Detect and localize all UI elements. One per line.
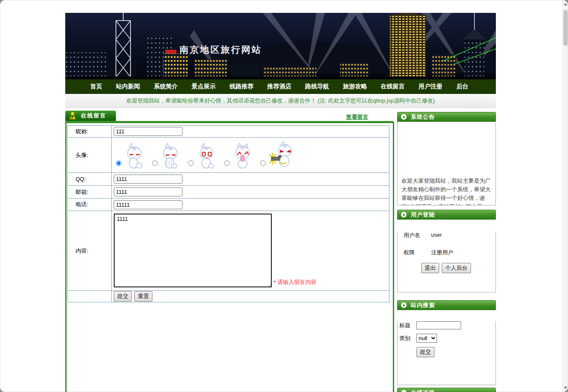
- message-board-section: 在线留言 查看留言 昵称: 头像:: [65, 108, 394, 392]
- avatar-option-3-image: [196, 143, 218, 169]
- reset-button[interactable]: 重置: [134, 291, 152, 302]
- nickname-input[interactable]: [114, 127, 182, 136]
- login-title: 用户登陆: [411, 211, 435, 219]
- avatar-radio-3[interactable]: [188, 160, 194, 166]
- login-header: 用户登陆: [397, 210, 496, 220]
- logout-button[interactable]: 退出: [421, 263, 439, 273]
- content-textarea[interactable]: 1111: [114, 214, 272, 287]
- avatar-radio-1[interactable]: [116, 160, 121, 166]
- play-bullet-icon: [401, 114, 407, 120]
- people-icon: [67, 112, 78, 120]
- avatar-label: 头像:: [68, 138, 112, 173]
- nickname-row: 昵称:: [68, 126, 389, 138]
- banner: 南京地区旅行网站: [65, 13, 496, 79]
- nav-item-online-message[interactable]: 在线留言: [381, 83, 405, 90]
- play-bullet-icon: [401, 390, 407, 392]
- avatar-option-1-image: [124, 143, 146, 169]
- view-messages-link[interactable]: 查看留言: [346, 113, 368, 121]
- announcement-header: 系统公告: [397, 112, 496, 122]
- nav-item-site-news[interactable]: 站内新闻: [116, 83, 140, 90]
- tab-online-message[interactable]: 在线留言: [65, 111, 116, 121]
- avatar-radio-5[interactable]: [260, 160, 266, 166]
- links-title: 友情连接: [411, 389, 435, 392]
- search-submit-button[interactable]: 提交: [416, 347, 434, 357]
- announcement-title: 系统公告: [411, 113, 435, 121]
- nickname-label: 昵称:: [68, 126, 112, 138]
- role-label: 权限: [404, 249, 431, 256]
- nav-item-home[interactable]: 首页: [90, 83, 102, 90]
- avatar-option-4-image: [232, 143, 254, 169]
- phone-input[interactable]: [114, 200, 182, 209]
- scrollbar-thumb[interactable]: [563, 10, 568, 46]
- nav-item-system-intro[interactable]: 系统简介: [154, 83, 178, 90]
- notice-bar: 欢迎登陆我站，希望能给你带来好心情，其他话语请您自己修改，谢谢合作！ (注: 此…: [65, 94, 496, 108]
- buttons-row: 提交 重置: [68, 291, 389, 302]
- search-category-select[interactable]: null: [416, 334, 437, 343]
- avatar-radio-2[interactable]: [152, 160, 158, 166]
- notice-text: 欢迎登陆我站，希望能给你带来好心情，其他话语请您自己修改，谢谢合作！ (注: 此…: [126, 97, 435, 105]
- qq-input[interactable]: [114, 175, 182, 184]
- email-input[interactable]: [114, 187, 182, 196]
- search-title-label: 标题: [399, 322, 416, 329]
- email-label: 邮箱:: [68, 186, 112, 199]
- nav-item-admin[interactable]: 后台: [456, 83, 468, 90]
- phone-row: 电话:: [68, 199, 389, 211]
- panel-announcement: 系统公告 欢迎大家登陆我站，我站主要是为广大朋友精心制作的一个系统，希望大家能够…: [397, 112, 496, 205]
- qq-row: QQ:: [68, 173, 389, 186]
- phone-label: 电话:: [68, 199, 112, 211]
- main-nav: 首页 站内新闻 系统简介 景点展示 线路推荐 推荐酒店 路线导航 旅游攻略 在线…: [65, 79, 496, 94]
- qq-label: QQ:: [68, 173, 112, 186]
- page-container: 南京地区旅行网站 首页 站内新闻 系统简介 景点展示 线路推荐 推荐酒店 路线导…: [65, 13, 496, 392]
- required-mark: *: [273, 279, 276, 286]
- search-title: 站内搜索: [411, 302, 435, 309]
- vertical-scrollbar[interactable]: [562, 0, 568, 392]
- username-value: user: [431, 232, 442, 239]
- tab-label: 在线留言: [81, 112, 106, 120]
- nav-item-scenic-spots[interactable]: 景点展示: [191, 83, 216, 90]
- scrollbar-up-icon[interactable]: [564, 3, 567, 6]
- site-title: 南京地区旅行网站: [179, 44, 262, 56]
- nav-item-route-navigation[interactable]: 路线导航: [305, 83, 329, 90]
- nav-item-travel-guide[interactable]: 旅游攻略: [343, 83, 367, 90]
- search-header: 站内搜索: [397, 300, 496, 310]
- play-bullet-icon: [401, 212, 407, 217]
- email-row: 邮箱:: [68, 186, 389, 199]
- panel-search: 站内搜索 标题 类别 null 提交: [397, 300, 496, 385]
- personal-backend-button[interactable]: 个人后台: [442, 263, 471, 273]
- nav-item-hotel-recommend[interactable]: 推荐酒店: [267, 83, 291, 90]
- role-value: 注册用户: [431, 249, 453, 256]
- announcement-marquee: 欢迎大家登陆我站，我站主要是为广大朋友精心制作的一个系统，希望大家能够在我站获得…: [401, 177, 492, 205]
- message-form-table: 昵称: 头像:: [67, 125, 389, 302]
- content-row: 内容: 1111 * 请输入留言内容: [68, 211, 389, 291]
- search-title-input[interactable]: [416, 321, 461, 329]
- links-header: 友情连接: [397, 388, 496, 392]
- panel-links: 友情连接 腾讯 http://www.qq.com 雅虎: [397, 388, 496, 392]
- sidebar: 系统公告 欢迎大家登陆我站，我站主要是为广大朋友精心制作的一个系统，希望大家能够…: [397, 112, 496, 392]
- avatar-radio-4[interactable]: [224, 160, 230, 166]
- search-category-label: 类别: [399, 335, 416, 342]
- play-bullet-icon: [401, 302, 407, 308]
- avatar-row: 头像:: [68, 138, 389, 173]
- message-form: 昵称: 头像:: [65, 123, 394, 392]
- username-label: 用户名: [404, 232, 431, 239]
- submit-button[interactable]: 提交: [114, 291, 132, 302]
- city-night-image: [65, 13, 496, 79]
- content-hint: 请输入留言内容: [277, 278, 316, 286]
- avatar-option-2-image: [160, 143, 182, 169]
- content-label: 内容:: [68, 211, 112, 291]
- scrollbar-down-icon[interactable]: [564, 386, 567, 389]
- avatar-option-5-image: [268, 141, 293, 169]
- nav-item-route-recommend[interactable]: 线路推荐: [229, 83, 253, 90]
- panel-login: 用户登陆 用户名 user 权限 注册用户 退出 个人后台: [397, 210, 496, 292]
- nav-item-user-register[interactable]: 用户注册: [419, 83, 443, 90]
